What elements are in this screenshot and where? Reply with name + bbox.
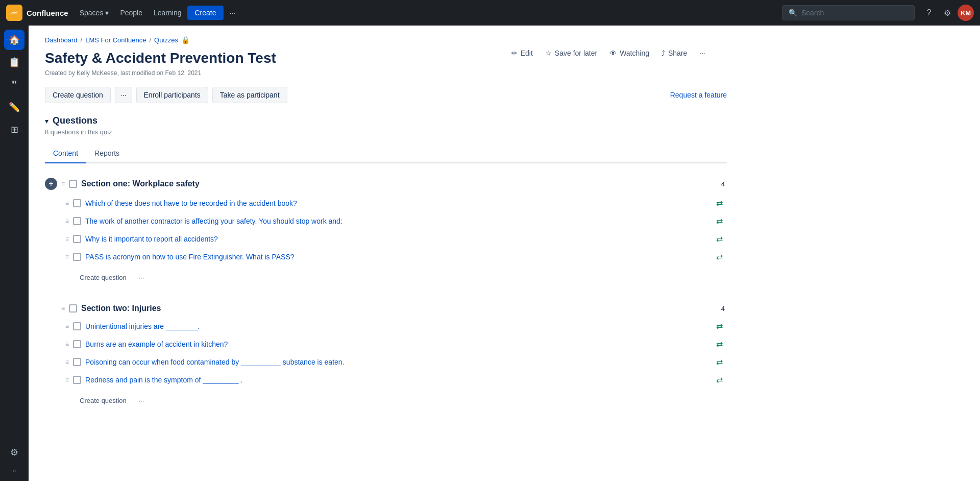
sidebar-item-pages[interactable]: 📋 — [4, 52, 24, 73]
section-more-btn[interactable]: ··· — [135, 272, 149, 283]
edit-button[interactable]: ✏ Edit — [506, 46, 538, 60]
settings-icon[interactable]: ⚙ — [939, 5, 955, 21]
chevron-down-icon: ▾ — [105, 9, 109, 17]
shuffle-icon[interactable]: ⇄ — [716, 216, 723, 226]
question-checkbox[interactable] — [73, 217, 81, 225]
question-text[interactable]: Poisoning can occur when food contaminat… — [85, 358, 712, 366]
question-drag-handle[interactable]: ≡ — [65, 253, 69, 260]
breadcrumb-sep-1: / — [81, 36, 83, 44]
question-text[interactable]: Redness and pain is the symptom of _____… — [85, 376, 712, 384]
question-checkbox[interactable] — [73, 253, 81, 261]
question-text[interactable]: Burns are an example of accident in kitc… — [85, 340, 712, 348]
section-add-button[interactable]: + — [45, 178, 57, 190]
nav-learning[interactable]: Learning — [149, 6, 187, 20]
top-navigation: Confluence Spaces ▾ People Learning Crea… — [0, 0, 980, 26]
section-two-header: ≡ Section two: Injuries 4 — [45, 300, 727, 317]
question-drag-handle[interactable]: ≡ — [65, 200, 69, 207]
take-as-participant-button[interactable]: Take as participant — [212, 87, 287, 103]
table-row: ≡ Burns are an example of accident in ki… — [45, 335, 727, 353]
nav-spaces[interactable]: Spaces ▾ — [75, 6, 114, 20]
section-drag-handle[interactable]: ≡ — [61, 180, 65, 187]
page-actions: ✏ Edit ☆ Save for later 👁 Watching ⤴ Sha… — [506, 46, 710, 60]
breadcrumb-sep-2: / — [149, 36, 151, 44]
question-checkbox[interactable] — [73, 199, 81, 207]
question-text[interactable]: Which of these does not have to be recor… — [85, 199, 712, 207]
toolbar-more-button[interactable]: ··· — [115, 87, 132, 103]
question-text[interactable]: Why is it important to report all accide… — [85, 235, 712, 243]
question-drag-handle[interactable]: ≡ — [65, 218, 69, 225]
questions-toggle[interactable]: ▾ — [45, 117, 48, 125]
save-for-later-button[interactable]: ☆ Save for later — [540, 46, 602, 60]
sidebar-item-quotes[interactable]: " — [4, 75, 24, 95]
create-button[interactable]: Create — [187, 6, 223, 20]
section-one-create-row: Create question ··· — [45, 268, 727, 287]
section-two-count: 4 — [721, 305, 727, 312]
breadcrumb-lms[interactable]: LMS For Confluence — [85, 36, 146, 44]
question-drag-handle[interactable]: ≡ — [65, 358, 69, 366]
shuffle-icon[interactable]: ⇄ — [716, 252, 723, 261]
tab-content[interactable]: Content — [45, 144, 86, 163]
question-checkbox[interactable] — [73, 235, 81, 243]
questions-count: 8 questions in this quiz — [45, 128, 727, 136]
toolbar: Create question ··· Enroll participants … — [45, 87, 727, 103]
question-drag-handle[interactable]: ≡ — [65, 376, 69, 383]
search-icon: 🔍 — [789, 9, 797, 17]
question-checkbox[interactable] — [73, 358, 81, 366]
sidebar-collapse-btn[interactable]: » — [4, 465, 24, 477]
more-nav-button[interactable]: ··· — [225, 6, 241, 20]
search-bar[interactable]: 🔍 Search — [782, 5, 915, 20]
question-text[interactable]: Unintentional injuries are ________. — [85, 322, 712, 330]
question-checkbox[interactable] — [73, 340, 81, 348]
confluence-logo[interactable] — [6, 5, 22, 21]
share-button[interactable]: ⤴ Share — [656, 46, 692, 60]
nav-people[interactable]: People — [115, 6, 148, 20]
question-checkbox[interactable] — [73, 376, 81, 384]
page-more-button[interactable]: ··· — [694, 46, 710, 60]
section-one-header: + ≡ Section one: Workplace safety 4 — [45, 174, 727, 194]
star-icon: ☆ — [545, 49, 552, 57]
question-drag-handle[interactable]: ≡ — [65, 323, 69, 330]
section-checkbox[interactable] — [69, 304, 77, 312]
question-drag-handle[interactable]: ≡ — [65, 235, 69, 243]
main-content: Dashboard / LMS For Confluence / Quizzes… — [29, 26, 980, 481]
section-drag-handle[interactable]: ≡ — [61, 305, 65, 312]
section-one-count: 4 — [721, 180, 727, 188]
shuffle-icon[interactable]: ⇄ — [716, 234, 723, 244]
table-row: ≡ Unintentional injuries are ________. ⇄ — [45, 317, 727, 335]
share-icon: ⤴ — [662, 49, 665, 57]
question-text[interactable]: The work of another contractor is affect… — [85, 217, 712, 225]
table-row: ≡ PASS is acronym on how to use Fire Ext… — [45, 248, 727, 266]
questions-section: ▾ Questions 8 questions in this quiz Con… — [45, 115, 727, 411]
sidebar-settings[interactable]: ⚙ — [4, 442, 24, 463]
enroll-participants-button[interactable]: Enroll participants — [136, 87, 208, 103]
section-checkbox[interactable] — [69, 180, 77, 188]
shuffle-icon[interactable]: ⇄ — [716, 339, 723, 349]
section-two-create-question-btn[interactable]: Create question — [76, 395, 131, 406]
question-drag-handle[interactable]: ≡ — [65, 341, 69, 348]
table-row: ≡ Poisoning can occur when food contamin… — [45, 353, 727, 371]
section-two-more-btn[interactable]: ··· — [135, 395, 149, 406]
question-text[interactable]: PASS is acronym on how to use Fire Extin… — [85, 253, 712, 261]
breadcrumb-quizzes[interactable]: Quizzes — [154, 36, 178, 44]
section-create-question-btn[interactable]: Create question — [76, 272, 131, 283]
lock-icon: 🔒 — [181, 36, 190, 44]
shuffle-icon[interactable]: ⇄ — [716, 321, 723, 331]
sidebar-item-home[interactable]: 🏠 — [4, 30, 24, 50]
question-checkbox[interactable] — [73, 322, 81, 330]
create-question-button[interactable]: Create question — [45, 87, 111, 103]
shuffle-icon[interactable]: ⇄ — [716, 198, 723, 208]
sidebar-item-grid[interactable]: ⊞ — [4, 119, 24, 140]
request-feature-link[interactable]: Request a feature — [670, 91, 727, 99]
left-sidebar: 🏠 📋 " ✏️ ⊞ ⚙ » — [0, 26, 29, 481]
breadcrumb-dashboard[interactable]: Dashboard — [45, 36, 78, 44]
shuffle-icon[interactable]: ⇄ — [716, 375, 723, 384]
tab-reports[interactable]: Reports — [86, 144, 128, 163]
questions-header: ▾ Questions — [45, 115, 727, 126]
watching-button[interactable]: 👁 Watching — [604, 46, 654, 60]
shuffle-icon[interactable]: ⇄ — [716, 357, 723, 367]
breadcrumb: Dashboard / LMS For Confluence / Quizzes… — [45, 36, 727, 44]
sidebar-item-edit[interactable]: ✏️ — [4, 97, 24, 117]
brand-name: Confluence — [27, 9, 68, 17]
help-icon[interactable]: ? — [921, 5, 937, 21]
user-avatar[interactable]: KM — [958, 5, 974, 21]
